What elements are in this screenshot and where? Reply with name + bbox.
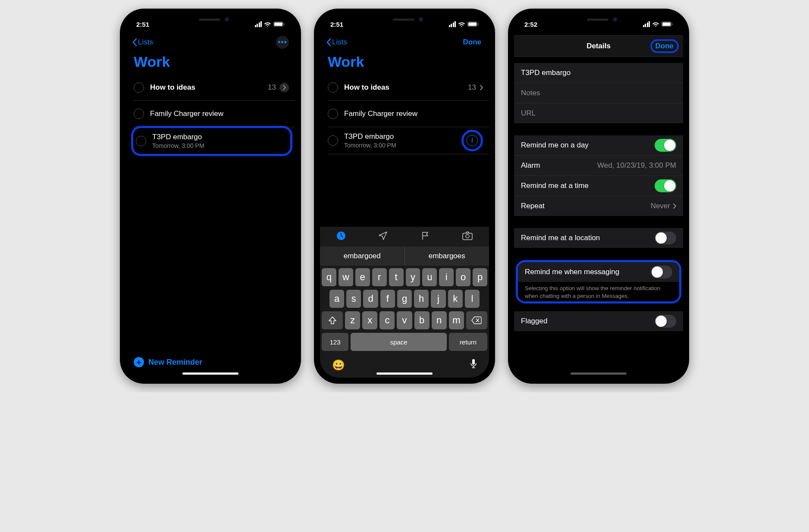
field-placeholder: URL xyxy=(521,109,536,118)
repeat-row[interactable]: Repeat Never xyxy=(514,196,683,216)
key-o[interactable]: o xyxy=(456,268,470,286)
key-q[interactable]: q xyxy=(322,268,336,286)
list-item[interactable]: Family Charger review xyxy=(328,101,489,127)
notes-field[interactable]: Notes xyxy=(514,83,683,103)
list-item[interactable]: How to ideas 13 xyxy=(328,75,489,101)
home-indicator[interactable] xyxy=(376,372,433,375)
chevron-left-icon xyxy=(132,38,137,47)
item-title: T3PD embargo xyxy=(152,133,287,141)
shift-key[interactable] xyxy=(322,311,343,329)
item-title: Family Charger review xyxy=(150,110,289,118)
chevron-right-icon xyxy=(673,203,676,209)
list-item[interactable]: T3PD embargo Tomorrow, 3:00 PM i xyxy=(328,127,489,154)
url-field[interactable]: URL xyxy=(514,103,683,123)
more-button[interactable]: ••• xyxy=(276,36,289,49)
dictation-button[interactable] xyxy=(470,359,477,372)
title-field[interactable]: T3PD embargo xyxy=(514,63,683,83)
toggle-remind-day[interactable] xyxy=(655,139,676,152)
space-key[interactable]: space xyxy=(351,333,447,351)
complete-circle-icon[interactable] xyxy=(134,109,144,119)
remind-time-row[interactable]: Remind me at a time xyxy=(514,175,683,196)
key-c[interactable]: c xyxy=(379,311,395,329)
key-p[interactable]: p xyxy=(473,268,487,286)
complete-circle-icon[interactable] xyxy=(328,82,338,93)
key-i[interactable]: i xyxy=(439,268,454,286)
toggle-remind-messaging[interactable] xyxy=(651,266,672,279)
complete-circle-icon[interactable] xyxy=(136,136,146,146)
key-n[interactable]: n xyxy=(432,311,447,329)
key-b[interactable]: b xyxy=(414,311,430,329)
clock-icon[interactable] xyxy=(336,231,346,242)
toggle-flagged[interactable] xyxy=(655,315,676,328)
alarm-value: Wed, 10/23/19, 3:00 PM xyxy=(597,161,676,170)
notch xyxy=(558,15,640,27)
key-e[interactable]: e xyxy=(355,268,370,286)
flagged-row[interactable]: Flagged xyxy=(514,311,683,331)
details-header: Details Done xyxy=(514,35,683,57)
svg-rect-4 xyxy=(468,22,477,26)
key-d[interactable]: d xyxy=(363,290,378,308)
complete-circle-icon[interactable] xyxy=(134,82,144,93)
key-u[interactable]: u xyxy=(422,268,437,286)
new-reminder-button[interactable]: ＋ New Reminder xyxy=(134,357,202,367)
signal-icon xyxy=(255,21,262,27)
row-label: Remind me at a time xyxy=(521,182,589,190)
suggestion[interactable]: embargoes xyxy=(405,247,489,266)
info-button[interactable]: i xyxy=(467,135,478,146)
back-button[interactable]: Lists xyxy=(326,38,347,47)
numeric-key[interactable]: 123 xyxy=(322,333,348,351)
svg-rect-9 xyxy=(472,359,475,365)
key-y[interactable]: y xyxy=(406,268,420,286)
list-item[interactable]: T3PD embargo Tomorrow, 3:00 PM xyxy=(136,128,290,154)
back-button[interactable]: Lists xyxy=(132,38,153,47)
home-indicator[interactable] xyxy=(182,372,238,375)
key-a[interactable]: a xyxy=(329,290,344,308)
key-j[interactable]: j xyxy=(431,290,445,308)
home-indicator[interactable] xyxy=(571,372,627,375)
key-t[interactable]: t xyxy=(389,268,404,286)
key-w[interactable]: w xyxy=(339,268,353,286)
highlight-annotation: Remind me when messaging Selecting this … xyxy=(516,260,681,304)
nav-bar: Lists ••• xyxy=(126,33,295,52)
key-h[interactable]: h xyxy=(414,290,429,308)
key-z[interactable]: z xyxy=(345,311,360,329)
wifi-icon xyxy=(264,22,271,27)
key-g[interactable]: g xyxy=(397,290,412,308)
quick-toolbar xyxy=(320,227,489,247)
complete-circle-icon[interactable] xyxy=(328,135,338,146)
key-m[interactable]: m xyxy=(449,311,464,329)
done-button[interactable]: Done xyxy=(655,42,674,50)
phone-2: 2:51 Lists Done Work xyxy=(314,9,495,384)
disclosure-button[interactable] xyxy=(279,83,289,92)
list-item[interactable]: Family Charger review xyxy=(134,101,295,127)
key-x[interactable]: x xyxy=(362,311,377,329)
key-s[interactable]: s xyxy=(346,290,361,308)
location-icon[interactable] xyxy=(378,231,388,242)
delete-key[interactable] xyxy=(466,311,487,329)
list-item[interactable]: How to ideas 13 xyxy=(134,75,295,101)
row-label: Remind me when messaging xyxy=(525,268,619,276)
return-key[interactable]: return xyxy=(449,333,487,351)
toggle-remind-location[interactable] xyxy=(655,232,676,244)
key-f[interactable]: f xyxy=(380,290,395,308)
key-k[interactable]: k xyxy=(448,290,463,308)
notch xyxy=(364,15,445,27)
camera-icon[interactable] xyxy=(462,232,473,242)
field-placeholder: Notes xyxy=(521,89,540,97)
remind-location-row[interactable]: Remind me at a location xyxy=(514,228,683,248)
status-time: 2:51 xyxy=(330,21,343,28)
remind-messaging-row[interactable]: Remind me when messaging xyxy=(518,262,679,282)
remind-day-row[interactable]: Remind me on a day xyxy=(514,135,683,155)
complete-circle-icon[interactable] xyxy=(328,109,338,119)
done-button[interactable]: Done xyxy=(463,38,483,47)
toggle-remind-time[interactable] xyxy=(655,179,676,192)
alarm-row[interactable]: Alarm Wed, 10/23/19, 3:00 PM xyxy=(514,155,683,175)
flag-icon[interactable] xyxy=(420,231,430,242)
mic-icon xyxy=(470,359,477,369)
key-v[interactable]: v xyxy=(397,311,412,329)
highlight-annotation: i xyxy=(461,130,483,151)
emoji-button[interactable]: 😀 xyxy=(332,359,345,371)
key-r[interactable]: r xyxy=(372,268,387,286)
key-l[interactable]: l xyxy=(465,290,480,308)
suggestion[interactable]: embargoed xyxy=(320,247,405,266)
